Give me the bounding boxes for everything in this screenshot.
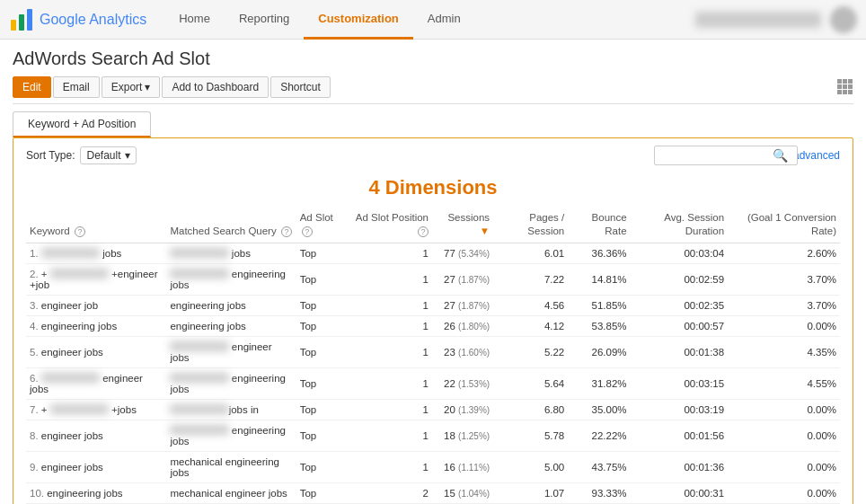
keyword-text: engineer jobs	[41, 462, 103, 473]
query-blurred: ████████	[170, 373, 228, 383]
sessions-cell: 16 (1.11%)	[432, 451, 493, 482]
table-row: 1. ████████ jobs ████████ jobs Top 1 77 …	[26, 243, 840, 263]
logo: Google Analytics	[9, 7, 146, 32]
sessions-value: 77	[444, 248, 455, 259]
pages-session-cell: 6.80	[493, 399, 568, 420]
logo-text: Google Analytics	[40, 12, 146, 28]
position-cell: 1	[346, 451, 432, 482]
keyword-text: engineer jobs	[41, 430, 103, 441]
query-text: jobs	[229, 248, 251, 259]
row-number: 1.	[30, 248, 39, 259]
ad-slot-cell: Top	[296, 451, 347, 482]
tab-bar: Keyword + Ad Position	[0, 104, 866, 137]
avg-duration-cell: 00:01:38	[631, 336, 729, 367]
query-cell: engineering jobs	[166, 295, 296, 315]
table-row: 6. ████████ engineer jobs ████████ engin…	[26, 367, 840, 399]
ad-slot-cell: Top	[296, 336, 347, 367]
pages-session-cell: 1.07	[493, 482, 568, 503]
header-right	[695, 6, 857, 33]
row-number: 4.	[30, 321, 39, 332]
help-icon[interactable]: ?	[75, 226, 85, 237]
tab-keyword-ad-position[interactable]: Keyword + Ad Position	[13, 111, 151, 137]
grid-view-icon[interactable]	[837, 79, 853, 95]
col-header-bounce-rate: Bounce Rate	[568, 207, 630, 243]
position-cell: 1	[346, 336, 432, 367]
keyword-cell: 7. + ████████ +jobs	[26, 399, 166, 420]
goal-rate-cell: 4.55%	[728, 367, 840, 399]
goal-rate-cell: 2.60%	[728, 243, 840, 263]
export-button[interactable]: Export ▾	[102, 76, 161, 98]
header: Google Analytics Home Reporting Customiz…	[0, 0, 866, 40]
edit-button[interactable]: Edit	[13, 76, 51, 98]
table-row: 9. engineer jobs mechanical engineering …	[26, 451, 840, 482]
query-blurred: ████████	[170, 404, 228, 414]
query-cell: ████████ jobs	[166, 243, 296, 263]
ad-slot-cell: Top	[296, 367, 347, 399]
goal-rate-cell: 0.00%	[728, 420, 840, 451]
table-row: 2. + ████████ +engineer +job ████████ en…	[26, 263, 840, 295]
position-cell: 1	[346, 420, 432, 451]
position-cell: 1	[346, 243, 432, 263]
row-number: 3.	[30, 300, 39, 311]
pages-session-cell: 6.01	[493, 243, 568, 263]
row-number: 8.	[30, 430, 39, 441]
sort-select[interactable]: Default ▾	[80, 146, 136, 164]
avg-duration-cell: 00:00:57	[631, 315, 729, 336]
row-number: 10.	[30, 488, 44, 499]
data-table: Keyword ? Matched Search Query ? Ad Slot…	[26, 207, 840, 504]
row-number: 5.	[30, 347, 39, 358]
goal-rate-cell: 0.00%	[728, 451, 840, 482]
position-cell: 1	[346, 315, 432, 336]
search-icon[interactable]: 🔍	[773, 148, 788, 163]
pages-session-cell: 5.64	[493, 367, 568, 399]
pages-session-cell: 5.22	[493, 336, 568, 367]
table-row: 5. engineer jobs ████████ engineer jobs …	[26, 336, 840, 367]
ad-slot-cell: Top	[296, 243, 347, 263]
avg-duration-cell: 00:02:59	[631, 263, 729, 295]
sessions-pct: (1.87%)	[458, 275, 490, 285]
sub-header: AdWords Search Ad Slot Edit Email Export…	[0, 40, 866, 104]
goal-rate-cell: 0.00%	[728, 399, 840, 420]
nav-home[interactable]: Home	[164, 0, 225, 40]
query-text: engineering jobs	[170, 300, 245, 311]
email-button[interactable]: Email	[53, 76, 100, 98]
position-cell: 2	[346, 482, 432, 503]
add-to-dashboard-button[interactable]: Add to Dashboard	[162, 76, 269, 98]
help-icon[interactable]: ?	[302, 226, 313, 237]
keyword-cell: 8. engineer jobs	[26, 420, 166, 451]
avatar	[830, 6, 857, 33]
query-cell: ████████ engineering jobs	[166, 420, 296, 451]
sort-type-label: Sort Type:	[26, 149, 75, 162]
nav-admin[interactable]: Admin	[413, 0, 475, 40]
chevron-down-icon: ▾	[125, 149, 130, 162]
goal-rate-cell: 3.70%	[728, 295, 840, 315]
sessions-cell: 26 (1.80%)	[432, 315, 493, 336]
svg-rect-2	[27, 9, 32, 31]
keyword-cell: 4. engineering jobs	[26, 315, 166, 336]
pages-session-cell: 5.78	[493, 420, 568, 451]
table-row: 4. engineering jobs engineering jobs Top…	[26, 315, 840, 336]
nav-reporting[interactable]: Reporting	[225, 0, 304, 40]
bounce-rate-cell: 26.09%	[568, 336, 630, 367]
ad-slot-cell: Top	[296, 295, 347, 315]
help-icon[interactable]: ?	[418, 226, 429, 237]
help-icon[interactable]: ?	[281, 226, 292, 237]
advanced-link[interactable]: advanced	[793, 149, 840, 162]
query-blurred: ████████	[170, 341, 228, 351]
main-content: Sort Type: Default ▾ 🔍 advanced 4 Dimens…	[13, 137, 853, 504]
svg-rect-0	[11, 20, 16, 31]
col-header-sessions: Sessions ▼	[432, 207, 493, 243]
query-blurred: ████████	[170, 425, 228, 435]
sessions-value: 16	[444, 462, 455, 473]
google-analytics-icon	[9, 7, 34, 32]
bounce-rate-cell: 22.22%	[568, 420, 630, 451]
sessions-value: 22	[444, 378, 455, 389]
shortcut-button[interactable]: Shortcut	[270, 76, 331, 98]
sessions-value: 20	[444, 404, 455, 415]
keyword-cell: 6. ████████ engineer jobs	[26, 367, 166, 399]
keyword-text: jobs	[100, 248, 121, 259]
ad-slot-cell: Top	[296, 420, 347, 451]
row-number: 7.	[30, 404, 39, 415]
search-area: 🔍 advanced	[654, 146, 840, 165]
nav-customization[interactable]: Customization	[304, 0, 413, 40]
